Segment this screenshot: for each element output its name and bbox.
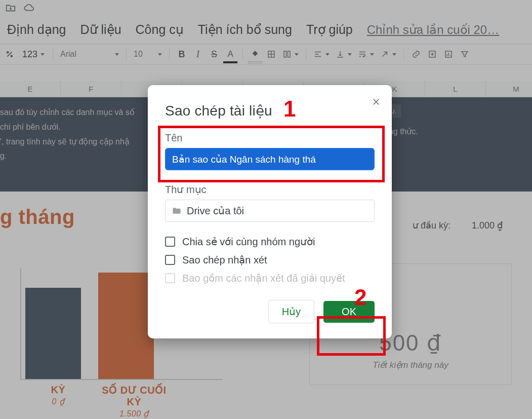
dialog-title: Sao chép tài liệu bbox=[165, 102, 375, 119]
include-resolved-checkbox: Bao gồm các nhận xét đã giải quyết bbox=[165, 272, 375, 285]
close-button[interactable] bbox=[372, 97, 381, 108]
folder-icon bbox=[172, 206, 182, 216]
folder-label: Thư mục bbox=[165, 183, 375, 196]
copy-comments-checkbox[interactable]: Sao chép nhận xét bbox=[165, 253, 375, 266]
folder-picker[interactable]: Drive của tôi bbox=[165, 200, 375, 222]
checkbox-label: Chia sẻ với cùng nhóm người bbox=[182, 235, 315, 248]
dialog-actions: Hủy OK bbox=[165, 300, 375, 323]
document-name-input[interactable] bbox=[165, 148, 375, 170]
ok-button[interactable]: OK bbox=[323, 301, 375, 323]
cancel-button[interactable]: Hủy bbox=[268, 300, 314, 323]
share-same-people-checkbox[interactable]: Chia sẻ với cùng nhóm người bbox=[165, 235, 375, 248]
checkbox-label: Bao gồm các nhận xét đã giải quyết bbox=[182, 272, 345, 285]
checkbox-icon bbox=[165, 255, 175, 265]
checkbox-icon bbox=[165, 237, 175, 247]
copy-document-dialog: Sao chép tài liệu Tên Thư mục Drive của … bbox=[148, 85, 392, 338]
checkbox-group: Chia sẻ với cùng nhóm người Sao chép nhậ… bbox=[165, 235, 375, 285]
app-root: Định dạng Dữ liệu Công cụ Tiện ích bổ su… bbox=[0, 0, 532, 419]
checkbox-icon bbox=[165, 273, 175, 283]
name-label: Tên bbox=[165, 132, 375, 144]
checkbox-label: Sao chép nhận xét bbox=[182, 253, 267, 266]
folder-name: Drive của tôi bbox=[187, 205, 244, 217]
